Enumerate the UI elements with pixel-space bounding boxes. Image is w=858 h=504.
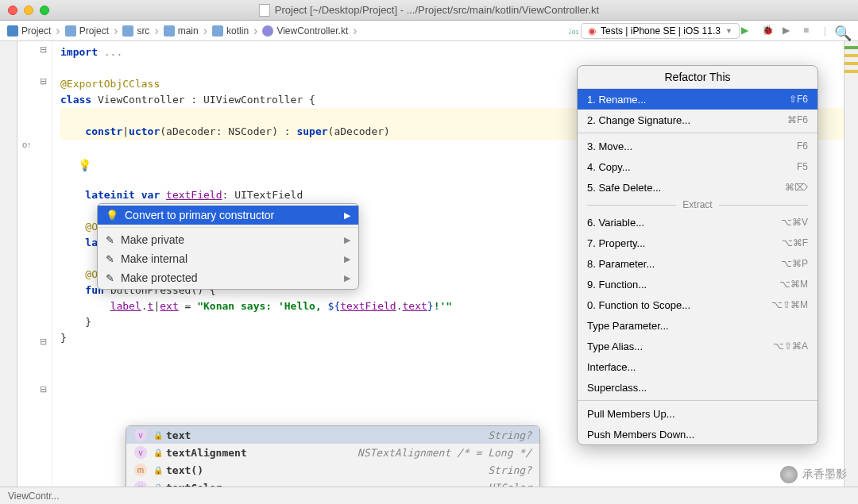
- breadcrumb-separator: ›: [55, 24, 60, 38]
- refactor-item-type-parameter[interactable]: Type Parameter...: [578, 315, 817, 336]
- arg: aDecoder: [334, 125, 384, 137]
- coverage-icon[interactable]: ▶: [783, 25, 795, 37]
- superclass-name: UIViewController: [203, 94, 303, 106]
- run-config-selector[interactable]: ◉ Tests | iPhone SE | iOS 11.3 ▼: [581, 23, 740, 39]
- refactor-item-variable[interactable]: 6. Variable...⌥⌘V: [578, 212, 817, 233]
- refactor-item-push-down[interactable]: Push Members Down...: [578, 424, 817, 444]
- breadcrumb-label: main: [178, 25, 199, 37]
- refactor-item-function[interactable]: 9. Function...⌥⌘M: [578, 274, 817, 294]
- fold-icon[interactable]: ⊟: [40, 337, 47, 347]
- variable-badge-icon: v: [134, 481, 147, 487]
- warning-marker[interactable]: [844, 70, 858, 73]
- breadcrumb-label: kotlin: [226, 25, 249, 37]
- debug-icon[interactable]: 🐞: [762, 25, 775, 37]
- intention-item[interactable]: ✎ Make private ▶: [98, 230, 358, 249]
- template-expr: textField: [340, 300, 396, 312]
- refactor-popup: Refactor This 1. Rename... ⇧F6 2. Change…: [577, 65, 818, 445]
- shortcut: ⌥⌘M: [779, 279, 808, 290]
- completion-popup: v 🔒 text String? v 🔒 textAlignment NSTex…: [126, 425, 540, 487]
- stop-icon[interactable]: ■: [803, 25, 816, 37]
- refactor-label: 8. Parameter...: [587, 258, 655, 270]
- titlebar: Project [~/Desktop/Project] - .../Projec…: [0, 0, 858, 21]
- refactor-item-interface[interactable]: Interface...: [578, 356, 817, 377]
- intention-item[interactable]: ✎ Make protected ▶: [98, 268, 358, 287]
- variable-badge-icon: v: [134, 429, 147, 441]
- template-expr: text: [403, 300, 427, 312]
- breadcrumb-item[interactable]: Project: [63, 24, 111, 38]
- breadcrumb-label: Project: [79, 25, 109, 37]
- intention-label: Make protected: [121, 271, 198, 284]
- edit-icon: ✎: [106, 234, 114, 246]
- window-title-text: Project [~/Desktop/Project] - .../Projec…: [275, 4, 599, 16]
- close-window-icon[interactable]: [8, 6, 17, 15]
- refactor-item-rename[interactable]: 1. Rename... ⇧F6: [578, 89, 817, 110]
- editor-gutter: o↑ ⊟ ⊟ ⊟ ⊟: [17, 41, 52, 487]
- completion-item[interactable]: v 🔒 text String?: [126, 426, 539, 444]
- folder-icon: [122, 25, 133, 37]
- breadcrumb-item[interactable]: main: [161, 24, 201, 38]
- error-stripe[interactable]: [844, 41, 858, 487]
- module-icon: [7, 25, 18, 37]
- string-literal: "Konan says: 'Hello,: [197, 300, 327, 312]
- lock-icon: 🔒: [153, 448, 163, 457]
- shortcut: ⌥⌘F: [782, 237, 808, 248]
- target-icon: ◉: [588, 25, 596, 37]
- tool-strip-left[interactable]: [0, 41, 17, 487]
- fold-icon[interactable]: ⊟: [40, 44, 47, 55]
- receiver: label: [110, 300, 141, 312]
- refactor-item-superclass[interactable]: Superclass...: [578, 377, 817, 398]
- refactor-item-safe-delete[interactable]: 5. Safe Delete... ⌘⌦: [578, 177, 817, 198]
- refactor-item-pull-up[interactable]: Pull Members Up...: [578, 403, 817, 424]
- refactor-label: 0. Function to Scope...: [587, 299, 690, 311]
- refactor-item-parameter[interactable]: 8. Parameter...⌥⌘P: [578, 253, 817, 274]
- intention-item[interactable]: ✎ Make internal ▶: [98, 249, 358, 268]
- completion-item[interactable]: v 🔒 textAlignment NSTextAlignment /* = L…: [126, 444, 539, 461]
- breadcrumb-separator: ›: [253, 24, 258, 38]
- shortcut: ⌥⌘V: [781, 217, 808, 228]
- run-icon[interactable]: ▶: [741, 25, 754, 37]
- toolbar-actions: ▶ 🐞 ▶ ■ | 🔍: [741, 25, 853, 37]
- bulb-icon: 💡: [106, 210, 118, 221]
- breadcrumb-item[interactable]: src: [120, 24, 152, 38]
- refactor-item-property[interactable]: 7. Property...⌥⌘F: [578, 233, 817, 253]
- refactor-item-move[interactable]: 3. Move... F6: [578, 136, 817, 156]
- traffic-lights: [8, 6, 49, 15]
- completion-item[interactable]: v 🔒 textColor UIColor: [126, 479, 539, 487]
- refactor-item-copy[interactable]: 4. Copy... F5: [578, 156, 817, 177]
- refactor-title: Refactor This: [578, 66, 817, 89]
- chevron-right-icon: ▶: [344, 254, 350, 264]
- breadcrumb-label: ViewController.kt: [276, 25, 348, 37]
- build-icon[interactable]: ↓01: [567, 25, 579, 37]
- warning-marker[interactable]: [844, 54, 858, 57]
- watermark-text: 承香墨影: [802, 467, 847, 482]
- intention-bulb-icon[interactable]: 💡: [78, 159, 91, 171]
- refactor-label: 2. Change Signature...: [587, 114, 690, 126]
- completion-item[interactable]: m 🔒 text() String?: [126, 461, 539, 479]
- breadcrumb-item[interactable]: ViewController.kt: [260, 24, 350, 38]
- refactor-label: 1. Rename...: [587, 94, 646, 106]
- fold-icon[interactable]: ⊟: [40, 384, 47, 394]
- refactor-label: 9. Function...: [587, 279, 647, 290]
- refactor-label: Type Parameter...: [587, 320, 669, 332]
- shortcut: ⌘F6: [787, 114, 808, 125]
- breadcrumb-label: Project: [21, 25, 51, 37]
- refactor-item-type-alias[interactable]: Type Alias...⌥⇧⌘A: [578, 336, 817, 356]
- search-everywhere-icon[interactable]: 🔍: [834, 25, 847, 37]
- minimize-window-icon[interactable]: [24, 6, 33, 15]
- intention-label: Make private: [121, 233, 184, 246]
- maximize-window-icon[interactable]: [40, 6, 49, 15]
- completion-type: String?: [488, 464, 531, 476]
- breadcrumb-item[interactable]: kotlin: [210, 24, 251, 38]
- override-icon[interactable]: o↑: [22, 140, 32, 149]
- fold-icon[interactable]: ⊟: [40, 76, 47, 87]
- warning-marker[interactable]: [844, 62, 858, 65]
- breadcrumb-item[interactable]: Project: [5, 24, 53, 38]
- file-icon: [259, 4, 270, 17]
- refactor-item-function-scope[interactable]: 0. Function to Scope...⌥⇧⌘M: [578, 294, 817, 315]
- intention-item[interactable]: 💡 Convert to primary constructor ▶: [98, 206, 358, 225]
- lock-icon: 🔒: [153, 483, 163, 487]
- type-ref: NSCoder: [228, 125, 272, 137]
- watermark-icon: [780, 466, 798, 483]
- inspection-marker[interactable]: [844, 46, 858, 49]
- refactor-item-change-signature[interactable]: 2. Change Signature... ⌘F6: [578, 110, 817, 130]
